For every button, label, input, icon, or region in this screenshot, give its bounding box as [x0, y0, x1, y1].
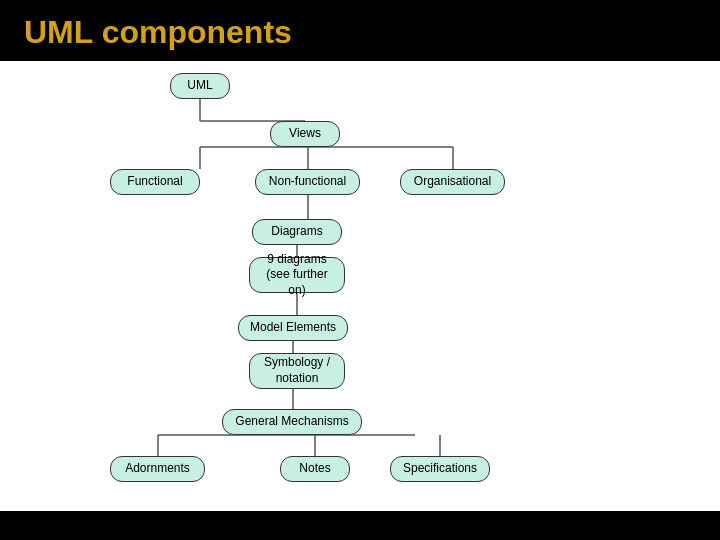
connector-lines — [0, 61, 720, 511]
node-views: Views — [270, 121, 340, 147]
diagram-area: UMLViewsFunctionalNon-functionalOrganisa… — [0, 61, 720, 511]
node-specifications: Specifications — [390, 456, 490, 482]
node-uml: UML — [170, 73, 230, 99]
node-diagrams: Diagrams — [252, 219, 342, 245]
node-nonfunctional: Non-functional — [255, 169, 360, 195]
node-adornments: Adornments — [110, 456, 205, 482]
header: UML components — [0, 0, 720, 61]
node-ninediagrams: 9 diagrams (see further on) — [249, 257, 345, 293]
node-organisational: Organisational — [400, 169, 505, 195]
node-generalmechanisms: General Mechanisms — [222, 409, 362, 435]
page-title: UML components — [24, 14, 696, 51]
node-notes: Notes — [280, 456, 350, 482]
node-modelelements: Model Elements — [238, 315, 348, 341]
node-symbology: Symbology / notation — [249, 353, 345, 389]
node-functional: Functional — [110, 169, 200, 195]
